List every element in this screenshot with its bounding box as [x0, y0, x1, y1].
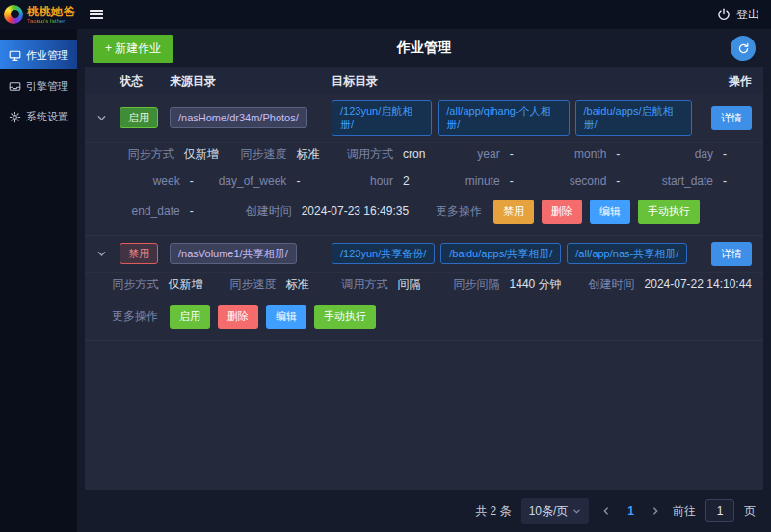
enable-button[interactable]: 启用 [170, 305, 210, 329]
detail-value: cron [403, 147, 432, 161]
detail-value: - [723, 147, 752, 161]
detail-value: 标准 [286, 277, 315, 293]
detail-label: month [539, 147, 607, 161]
sidebar-item-engine-management[interactable]: 引擎管理 [0, 71, 77, 100]
page-size-select[interactable]: 10条/页 [521, 498, 590, 524]
more-actions-label: 更多操作 [112, 308, 158, 325]
status-badge: 禁用 [120, 243, 158, 264]
topbar: 桃桃她爸 Taotao's father 登出 [0, 0, 771, 29]
detail-value: 仅新增 [184, 146, 219, 163]
goto-label: 前往 [673, 503, 696, 519]
new-job-button[interactable]: + 新建作业 [93, 35, 173, 63]
detail-value: - [723, 174, 752, 188]
row-details: 同步方式仅新增 同步速度标准 调用方式间隔 同步间隔1440 分钟 创建时间20… [85, 273, 763, 341]
column-action: 操作 [698, 73, 752, 90]
logo-subtitle: Taotao's father [27, 18, 75, 24]
detail-value: - [510, 174, 539, 188]
detail-label: second [539, 174, 607, 188]
detail-label: 调用方式 [325, 146, 393, 163]
detail-value: 2 [403, 174, 432, 188]
detail-button[interactable]: 详情 [711, 242, 752, 266]
detail-value: 2024-07-22 14:10:44 [645, 278, 752, 291]
gear-icon [9, 111, 21, 123]
main-content: + 新建作业 作业管理 状态 来源目录 目标目录 操作 启用 /nasHome/… [77, 29, 771, 532]
detail-value: 仅新增 [169, 277, 203, 293]
chevron-down-icon[interactable] [96, 113, 120, 123]
detail-value: - [616, 147, 645, 161]
chevron-down-icon[interactable] [96, 249, 120, 259]
detail-label: 调用方式 [342, 277, 388, 293]
detail-label: 同步速度 [230, 277, 277, 293]
detail-label: week [112, 174, 180, 188]
detail-value: - [296, 174, 325, 188]
detail-label: hour [325, 174, 393, 188]
target-dir-tag: /123yun/共享备份/ [332, 243, 435, 264]
detail-value: - [190, 204, 219, 218]
engine-icon [9, 80, 21, 93]
target-dir-tag: /baidu/apps/启航相册/ [575, 100, 692, 136]
target-dir-tag: /all/app/nas-共享相册/ [567, 243, 687, 264]
logo-title: 桃桃她爸 [27, 6, 75, 17]
detail-label: 同步间隔 [454, 277, 500, 293]
sidebar-item-label: 引擎管理 [26, 79, 68, 93]
sidebar-item-job-management[interactable]: 作业管理 [0, 40, 77, 69]
sidebar-item-label: 系统设置 [26, 110, 68, 124]
power-icon[interactable] [717, 8, 731, 21]
manual-run-button[interactable]: 手动执行 [638, 200, 700, 224]
detail-value: - [616, 174, 645, 188]
goto-page-input[interactable] [705, 499, 734, 522]
detail-button[interactable]: 详情 [711, 106, 752, 130]
detail-label: day_of_week [219, 174, 287, 188]
detail-value: - [190, 174, 219, 188]
refresh-button[interactable] [731, 36, 756, 61]
table-row: 启用 /nasHome/dr34m/Photos/ /123yun/启航相册/ … [85, 94, 763, 143]
page-size-value: 10条/页 [529, 503, 569, 519]
disable-button[interactable]: 禁用 [493, 200, 534, 224]
row-details: 同步方式仅新增 同步速度标准 调用方式cron year- month- day… [85, 143, 763, 236]
edit-button[interactable]: 编辑 [266, 305, 306, 329]
prev-page-icon[interactable] [598, 506, 614, 516]
detail-value: 间隔 [398, 277, 427, 293]
page-number[interactable]: 1 [624, 504, 638, 518]
menu-toggle-icon[interactable] [89, 7, 104, 22]
delete-button[interactable]: 删除 [542, 200, 582, 224]
sidebar-item-system-settings[interactable]: 系统设置 [0, 102, 77, 131]
pagination-bar: 共 2 条 10条/页 1 前往 页 [77, 490, 771, 532]
status-badge: 启用 [120, 107, 158, 128]
detail-value: 1440 分钟 [510, 277, 562, 293]
detail-label: end_date [112, 204, 180, 218]
detail-value: - [510, 147, 539, 161]
refresh-icon [737, 42, 750, 55]
detail-label: minute [432, 174, 500, 188]
detail-value: 标准 [296, 146, 325, 163]
chevron-down-icon [572, 507, 581, 516]
next-page-icon[interactable] [648, 506, 663, 516]
target-dir-tag: /all/app/qihang-个人相册/ [438, 100, 569, 136]
detail-value: 2024-07-23 16:49:35 [302, 204, 409, 218]
detail-label: 创建时间 [246, 203, 292, 220]
detail-label: 同步速度 [219, 146, 287, 163]
jobs-table: 状态 来源目录 目标目录 操作 启用 /nasHome/dr34m/Photos… [85, 67, 763, 490]
detail-label: year [432, 147, 500, 161]
column-target: 目标目录 [332, 73, 698, 90]
manual-run-button[interactable]: 手动执行 [314, 305, 376, 329]
detail-label: 同步方式 [112, 146, 174, 163]
delete-button[interactable]: 删除 [218, 305, 258, 329]
detail-label: 创建时间 [589, 277, 635, 293]
detail-label: 同步方式 [112, 277, 159, 293]
page-title: 作业管理 [397, 40, 451, 57]
table-row: 禁用 /nasVolume1/共享相册/ /123yun/共享备份/ /baid… [85, 236, 763, 273]
table-header: 状态 来源目录 目标目录 操作 [85, 67, 763, 94]
sidebar: 作业管理 引擎管理 系统设置 [0, 29, 77, 532]
logout-button[interactable]: 登出 [736, 7, 759, 23]
column-status: 状态 [120, 73, 170, 90]
monitor-icon [9, 49, 21, 62]
detail-label: day [645, 147, 713, 161]
edit-button[interactable]: 编辑 [590, 200, 630, 224]
toolbar: + 新建作业 作业管理 [77, 29, 771, 67]
more-actions-label: 更多操作 [436, 203, 482, 220]
logo-icon [4, 5, 23, 24]
source-dir-tag: /nasHome/dr34m/Photos/ [170, 107, 307, 128]
source-dir-tag: /nasVolume1/共享相册/ [170, 243, 297, 264]
target-dir-tag: /123yun/启航相册/ [332, 100, 432, 136]
